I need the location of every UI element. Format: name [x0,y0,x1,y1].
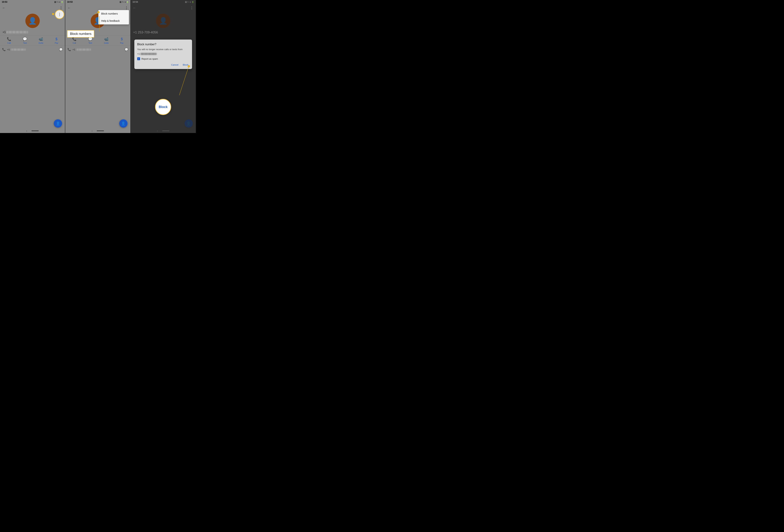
invite-icon-2: 📹 [104,37,109,41]
call-log-blurred-2 [77,49,91,51]
status-time-1: 10:53 [2,1,7,3]
pay-label-1: Pay [55,42,58,44]
sms-icon-1[interactable]: 💬 [59,48,63,51]
spam-label-3: Report as spam [141,58,158,60]
battery-icon-1: 🔋 [61,1,63,3]
status-time-2: 10:53 [67,1,73,3]
dialog-actions-3: Cancel Block [137,63,189,67]
wifi-icon-1: ▾ [59,1,60,3]
invite-button-1[interactable]: 📹 Invite [39,37,43,44]
checkmark-3: ✓ [138,58,139,60]
call-icon-1: 📞 [7,37,11,41]
text-label-1: Text [23,42,27,44]
dialog-phone-blurred-3 [140,53,157,55]
battery-icon-2: 🔋 [127,1,129,3]
person-icon-1: 👤 [28,17,37,25]
panel-3: 10:54 🖼 f • ▾ 🔋 ← ⋮ 👤 +1 253-709-4056 Bl… [131,0,196,133]
fab-2[interactable]: 👤 [119,119,128,128]
home-bar-1 [31,130,39,131]
text-button-2[interactable]: 💬 Text [88,37,93,44]
annotation-dot-3 [188,65,190,67]
call-log-left-2: 📞 +1 [67,48,91,51]
call-log-icon-2: 📞 [67,48,71,51]
call-button-1[interactable]: 📞 Call [7,37,11,44]
call-log-prefix-2: +1 [73,48,75,51]
call-log-blurred-1 [11,49,26,51]
dialog-title-3: Block number? [137,43,189,46]
text-icon-1: 💬 [23,37,27,41]
bottom-nav-2: ‹ [65,129,130,133]
call-label-1: Call [7,42,11,44]
avatar-1: 👤 [25,14,40,28]
nav-back-2[interactable]: ‹ [92,129,93,132]
text-label-2: Text [88,42,92,44]
fab-icon-2: 👤 [121,121,125,126]
pay-icon-2: $ [121,37,123,41]
gallery-icon-1: 🖼 [54,1,56,3]
block-highlight-circle-3: Block [155,99,171,115]
call-label-2: Call [73,42,76,44]
dialog-phone-3: +1 [137,53,189,55]
fab-icon-1: 👤 [56,121,60,126]
invite-label-1: Invite [39,42,43,44]
call-log-left-1: 📞 +1 [2,48,26,51]
block-circle-label-3: Block [159,105,168,109]
invite-button-2[interactable]: 📹 Invite [104,37,109,44]
pay-label-2: Pay [120,42,123,44]
pay-button-2[interactable]: $ Pay [120,37,123,44]
phone-number-1: +1 [0,29,65,35]
annotation-box-2: Block numbers [67,30,94,37]
status-bar-1: 10:53 🖼 f • ▾ 🔋 [0,0,65,4]
spam-checkbox-3[interactable]: ✓ [137,57,140,60]
invite-label-2: Invite [104,42,109,44]
call-log-row-2: 📞 +1 💬 [65,46,130,53]
text-button-1[interactable]: 💬 Text [23,37,27,44]
nav-back-1[interactable]: ‹ [26,129,27,132]
wifi-icon-2: ▾ [125,1,126,3]
dropdown-menu-2: Block numbers Help & feedback [99,10,129,25]
more-highlight-circle-1: ⋮ [55,10,64,19]
bottom-nav-1: ‹ [0,129,65,133]
call-log-icon-1: 📞 [2,48,6,51]
dropdown-help-feedback[interactable]: Help & feedback [99,17,129,25]
pay-button-1[interactable]: $ Pay [55,37,58,44]
gallery-icon-2: 🖼 [119,1,121,3]
top-nav-1: ← ⋮ [0,4,65,12]
dropdown-block-numbers[interactable]: Block numbers [99,10,129,17]
dialog-phone-prefix-3: +1 [137,53,140,55]
call-button-2[interactable]: 📞 Call [72,37,77,44]
dialog-body-3: You will no longer receive calls or text… [137,48,189,51]
action-row-1: 📞 Call 💬 Text 📹 Invite $ Pay [0,35,65,46]
status-bar-2: 10:53 🖼 f • ▾ 🔋 [65,0,130,4]
pay-icon-1: $ [56,37,58,41]
panel-1: 10:53 🖼 f • ▾ 🔋 ← ⋮ 👤 +1 📞 Call 💬 Text [0,0,65,133]
invite-icon-1: 📹 [39,37,43,41]
more-button-2[interactable]: ⋮ [125,6,128,10]
annotation-dot-2 [97,11,100,13]
dot-icon-1: • [58,1,59,3]
annotation-text-2: Block numbers [70,32,91,36]
block-dialog-3: Block number? You will no longer receive… [134,39,192,69]
phone-prefix-1: +1 [2,31,6,34]
fab-1[interactable]: 👤 [54,119,62,128]
fb-icon-1: f [57,1,57,3]
sms-icon-2[interactable]: 💬 [124,48,128,51]
panel-2: 10:53 🖼 f • ▾ 🔋 ← ⋮ 👤 +1 📞 Call 💬 Text [65,0,131,133]
more-button-1[interactable]: ⋮ [59,6,63,10]
home-bar-2 [97,130,104,131]
back-button-1[interactable]: ← [2,6,5,10]
status-icons-2: 🖼 f • ▾ 🔋 [119,1,129,3]
more-dots-1: ⋮ [58,12,61,17]
fb-icon-2: f [122,1,123,3]
dot-icon-2: • [123,1,124,3]
call-log-prefix-1: +1 [7,48,10,51]
checkbox-row-3: ✓ Report as spam [137,57,189,60]
cancel-button-3[interactable]: Cancel [170,63,179,67]
status-icons-1: 🖼 f • ▾ 🔋 [54,1,63,3]
phone-blurred-1 [6,31,28,33]
call-log-row-1: 📞 +1 💬 [0,46,65,53]
back-button-2[interactable]: ← [67,6,71,10]
